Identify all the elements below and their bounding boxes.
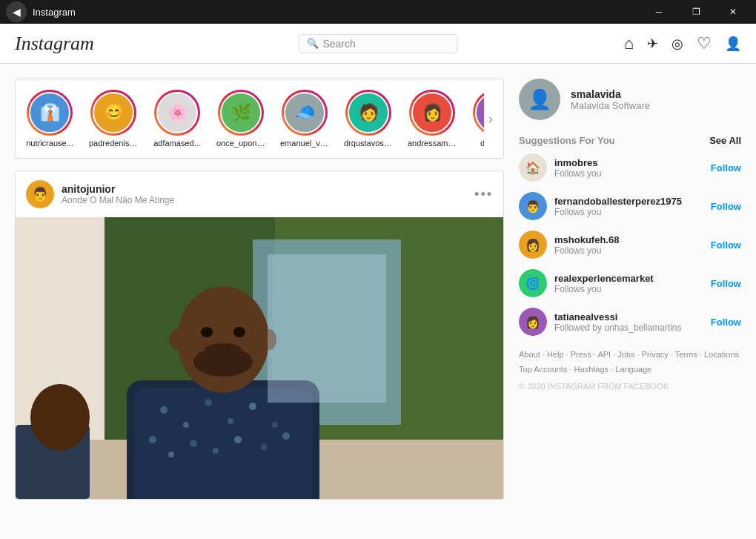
story-avatar-ring: 🌸: [154, 90, 200, 136]
send-icon[interactable]: ✈: [647, 36, 658, 52]
footer-jobs[interactable]: Jobs: [617, 350, 634, 359]
suggestion-subtitle: Followed by unhas_bellamartins: [554, 323, 703, 333]
post-subtitle: Aonde O Mal Não Me Atinge: [62, 195, 474, 205]
story-item[interactable]: 😎 diego_...: [469, 90, 484, 148]
svg-point-13: [272, 422, 278, 428]
svg-point-22: [177, 286, 269, 393]
svg-point-20: [282, 432, 290, 440]
post-card: 👨 anitojunior Aonde O Mal Não Me Atinge …: [15, 171, 504, 500]
suggestion-username[interactable]: inmobres: [554, 157, 703, 168]
titlebar-back-button[interactable]: ◀: [6, 1, 27, 22]
suggestion-avatar: 🌀: [519, 269, 547, 297]
suggestion-username[interactable]: mshokufeh.68: [554, 234, 703, 245]
footer-copyright: © 2020 INSTAGRAM FROM FACEBOOK: [519, 382, 741, 391]
svg-point-9: [183, 422, 189, 428]
footer-top-accounts[interactable]: Top Accounts: [519, 365, 567, 374]
profile-info: smalavida Malavida Software: [571, 88, 650, 111]
post-image: [16, 217, 503, 499]
svg-point-19: [261, 444, 267, 450]
story-item[interactable]: 👩 andressame...: [405, 90, 459, 148]
story-avatar: 😎: [475, 92, 484, 133]
main-content: 👔 nutricrause... 😊 padredenisrr... 🌸 adf…: [0, 64, 756, 539]
explore-icon[interactable]: ◎: [672, 36, 683, 52]
footer-links: About · Help · Press · API · Jobs · Priv…: [519, 348, 741, 391]
suggestions-header: Suggestions For You See All: [519, 135, 741, 146]
post-more-button[interactable]: •••: [474, 187, 493, 202]
suggestion-item: 🏠 inmobres Follows you Follow: [519, 153, 741, 182]
svg-point-18: [234, 436, 242, 443]
svg-rect-31: [268, 254, 386, 403]
profile-username[interactable]: smalavida: [571, 88, 650, 100]
story-item[interactable]: 🧢 emanuel_ve...: [278, 90, 331, 148]
suggestion-username[interactable]: fernandoballesterperez1975: [554, 196, 703, 207]
svg-point-14: [149, 436, 156, 443]
story-item[interactable]: 🌸 adfamased...: [150, 90, 204, 148]
story-item[interactable]: 🧑 drqustavost...: [342, 90, 395, 148]
story-avatar: 🌿: [220, 92, 262, 133]
story-name: adfamased...: [153, 139, 201, 148]
suggestion-item: 👩 tatianealvessi Followed by unhas_bella…: [519, 308, 741, 336]
story-name: andressame...: [408, 139, 457, 148]
search-bar[interactable]: 🔍: [299, 34, 458, 53]
footer-press[interactable]: Press: [571, 350, 591, 359]
svg-point-30: [30, 384, 90, 451]
profile-icon[interactable]: 👤: [725, 36, 741, 52]
suggestion-info: realexperiencemarket Follows you: [554, 273, 703, 294]
footer-terms[interactable]: Terms: [675, 350, 697, 359]
minimize-button[interactable]: ─: [642, 0, 676, 24]
story-item[interactable]: 🌿 once_upon_...: [214, 90, 268, 148]
stories-list: 👔 nutricrause... 😊 padredenisrr... 🌸 adf…: [23, 90, 484, 148]
maximize-button[interactable]: ❐: [679, 0, 713, 24]
heart-icon[interactable]: ♡: [697, 34, 712, 53]
story-item[interactable]: 👔 nutricrause...: [23, 90, 76, 148]
story-avatar-ring: 🌿: [218, 90, 264, 136]
suggestion-username[interactable]: realexperiencemarket: [554, 273, 703, 284]
footer-help[interactable]: Help: [547, 350, 564, 359]
nav-icons: ⌂ ✈ ◎ ♡ 👤: [624, 34, 741, 53]
suggestion-subtitle: Follows you: [554, 207, 703, 217]
titlebar: ◀ Instagram ─ ❐ ✕: [0, 0, 756, 24]
suggestions-title: Suggestions For You: [519, 135, 615, 146]
sidebar: 👤 smalavida Malavida Software Suggestion…: [519, 79, 741, 524]
footer-hashtags[interactable]: Hashtags: [574, 365, 609, 374]
profile-display-name: Malavida Software: [571, 100, 650, 111]
svg-point-15: [168, 452, 174, 457]
suggestion-item: 👨 fernandoballesterperez1975 Follows you…: [519, 192, 741, 220]
follow-button[interactable]: Follow: [711, 317, 741, 328]
story-item[interactable]: 😊 padredenisrr...: [87, 90, 140, 148]
story-name: nutricrause...: [26, 139, 73, 148]
story-avatar-ring: 🧢: [282, 90, 328, 136]
profile-avatar[interactable]: 👤: [519, 79, 560, 120]
post-user-info: anitojunior Aonde O Mal Não Me Atinge: [62, 183, 474, 205]
suggestion-info: mshokufeh.68 Follows you: [554, 234, 703, 256]
header: Instagram 🔍 ⌂ ✈ ◎ ♡ 👤: [0, 24, 756, 64]
story-avatar: 👔: [29, 92, 70, 133]
suggestion-item: 🌀 realexperiencemarket Follows you Follo…: [519, 269, 741, 297]
svg-point-11: [228, 418, 233, 424]
footer-api[interactable]: API: [597, 350, 611, 359]
svg-point-17: [213, 448, 219, 454]
stories-next-button[interactable]: ›: [485, 108, 496, 130]
suggestion-avatar: 🏠: [519, 153, 547, 182]
suggestion-info: inmobres Follows you: [554, 157, 703, 179]
svg-point-24: [205, 343, 242, 355]
follow-button[interactable]: Follow: [711, 239, 741, 251]
home-icon[interactable]: ⌂: [624, 34, 634, 53]
footer-language[interactable]: Language: [615, 365, 651, 374]
follow-button[interactable]: Follow: [711, 201, 741, 212]
stories-card: 👔 nutricrause... 😊 padredenisrr... 🌸 adf…: [15, 79, 504, 159]
search-input[interactable]: [323, 38, 442, 50]
story-name: diego_...: [480, 139, 484, 148]
footer-locations[interactable]: Locations: [704, 350, 739, 359]
post-username[interactable]: anitojunior: [62, 183, 474, 195]
search-icon: 🔍: [307, 38, 319, 49]
follow-button[interactable]: Follow: [711, 278, 741, 289]
story-avatar: 🧢: [284, 92, 325, 133]
footer-about[interactable]: About: [519, 350, 540, 359]
close-button[interactable]: ✕: [716, 0, 750, 24]
see-all-button[interactable]: See All: [709, 135, 741, 146]
suggestion-username[interactable]: tatianealvessi: [554, 311, 703, 323]
footer-privacy[interactable]: Privacy: [642, 350, 669, 359]
story-avatar: 🌸: [156, 92, 198, 133]
follow-button[interactable]: Follow: [711, 162, 741, 173]
